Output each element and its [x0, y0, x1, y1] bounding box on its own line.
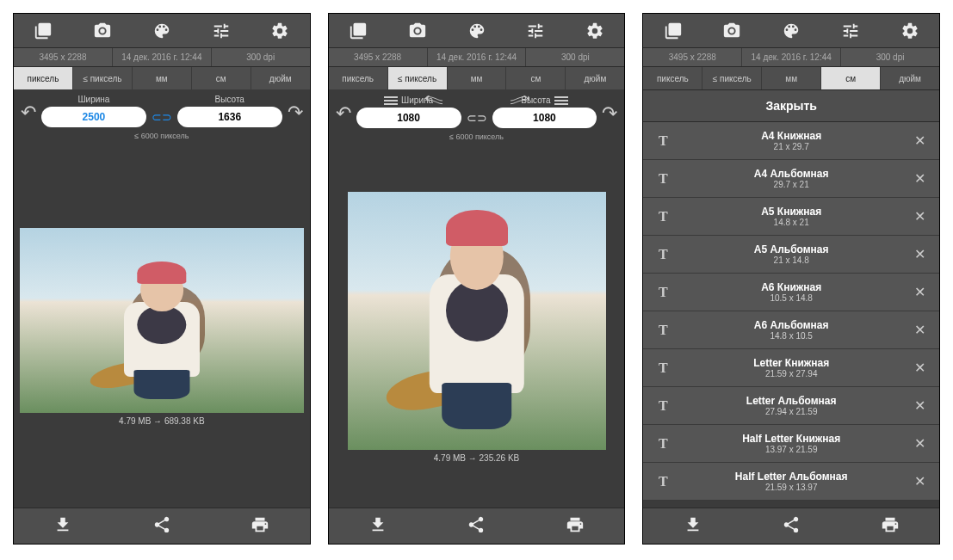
- tab-lte-pixel[interactable]: ≤ пиксель: [73, 67, 133, 89]
- text-icon: T: [652, 398, 674, 414]
- gallery-icon[interactable]: [346, 19, 370, 43]
- preset-info: A4 Альбомная29.7 x 21: [674, 168, 908, 189]
- share-icon[interactable]: [782, 515, 801, 538]
- info-row: 3495 x 2288 14 дек. 2016 г. 12:44 300 dp…: [329, 48, 625, 67]
- unit-tabs: пиксель ≤ пиксель мм см дюйм: [329, 67, 625, 89]
- info-date: 14 дек. 2016 г. 12:44: [742, 48, 841, 66]
- preset-row[interactable]: TA4 Книжная21 x 29.7✕: [643, 122, 939, 160]
- palette-icon[interactable]: [779, 19, 803, 43]
- undo-icon[interactable]: ↶: [336, 102, 351, 128]
- gallery-icon[interactable]: [31, 19, 55, 43]
- close-icon[interactable]: ✕: [908, 435, 931, 452]
- screen-2: 3495 x 2288 14 дек. 2016 г. 12:44 300 dp…: [328, 13, 626, 545]
- tab-mm[interactable]: мм: [133, 67, 192, 89]
- width-label: Ширина: [356, 95, 461, 105]
- menu-icon[interactable]: [384, 95, 398, 105]
- tab-cm[interactable]: см: [821, 67, 881, 89]
- close-icon[interactable]: ✕: [908, 284, 931, 300]
- tab-cm[interactable]: см: [506, 67, 566, 89]
- width-block: Ширина: [41, 95, 146, 127]
- preset-row[interactable]: TA6 Альбомная14.8 x 10.5✕: [643, 311, 939, 349]
- gear-icon[interactable]: [268, 19, 292, 43]
- tab-cm[interactable]: см: [192, 67, 251, 89]
- preset-row[interactable]: TLetter Книжная21.59 x 27.94✕: [643, 349, 939, 387]
- download-icon[interactable]: [684, 515, 702, 538]
- info-date: 14 дек. 2016 г. 12:44: [113, 48, 212, 66]
- preset-row[interactable]: TA4 Альбомная29.7 x 21✕: [643, 160, 939, 198]
- redo-icon[interactable]: ↷: [602, 102, 617, 128]
- preset-row[interactable]: TLetter Альбомная27.94 x 21.59✕: [643, 387, 939, 425]
- tab-pixel[interactable]: пиксель: [643, 67, 702, 89]
- preset-row[interactable]: TA5 Альбомная21 x 14.8✕: [643, 236, 939, 274]
- close-icon[interactable]: ✕: [908, 246, 931, 262]
- preset-list[interactable]: TA4 Книжная21 x 29.7✕TA4 Альбомная29.7 x…: [643, 122, 939, 508]
- download-icon[interactable]: [53, 515, 72, 538]
- close-icon[interactable]: ✕: [908, 473, 931, 489]
- gear-icon[interactable]: [583, 19, 607, 43]
- text-icon: T: [652, 209, 674, 225]
- download-icon[interactable]: [368, 515, 387, 538]
- gear-icon[interactable]: [898, 19, 922, 43]
- preset-info: A5 Книжная14.8 x 21: [674, 206, 908, 227]
- preset-row[interactable]: TA6 Книжная10.5 x 14.8✕: [643, 274, 939, 311]
- tab-mm[interactable]: мм: [448, 67, 507, 89]
- close-icon[interactable]: ✕: [908, 397, 931, 414]
- tune-icon[interactable]: [839, 19, 863, 43]
- close-icon[interactable]: ✕: [908, 360, 931, 376]
- menu-icon[interactable]: [554, 95, 568, 105]
- print-icon[interactable]: [566, 515, 585, 538]
- close-icon[interactable]: ✕: [908, 208, 931, 225]
- preview-image: [20, 228, 304, 413]
- text-icon: T: [652, 360, 674, 376]
- bottom-bar: [14, 508, 310, 544]
- print-icon[interactable]: [251, 515, 269, 538]
- close-icon[interactable]: ✕: [908, 170, 931, 187]
- close-icon[interactable]: ✕: [908, 132, 931, 149]
- height-input[interactable]: [177, 107, 282, 127]
- preset-info: Letter Альбомная27.94 x 21.59: [674, 395, 908, 416]
- close-icon[interactable]: ✕: [908, 322, 931, 338]
- text-icon: T: [652, 474, 674, 489]
- tune-icon[interactable]: [209, 19, 233, 43]
- gallery-icon[interactable]: [661, 19, 685, 43]
- redo-icon[interactable]: ↷: [288, 102, 303, 127]
- preset-row[interactable]: THalf Letter Альбомная21.59 x 13.97✕: [643, 463, 939, 501]
- link-icon[interactable]: ⊂⊃: [467, 111, 487, 128]
- share-icon[interactable]: [152, 515, 171, 538]
- link-icon[interactable]: ⊂⊃: [152, 110, 172, 127]
- tab-mm[interactable]: мм: [762, 67, 821, 89]
- close-button[interactable]: Закрыть: [643, 89, 939, 122]
- tab-pixel[interactable]: пиксель: [329, 67, 388, 89]
- camera-icon[interactable]: [405, 19, 430, 43]
- info-dimensions: 3495 x 2288: [643, 48, 742, 66]
- screen-1: 3495 x 2288 14 дек. 2016 г. 12:44 300 dp…: [13, 13, 311, 545]
- height-input[interactable]: [492, 108, 597, 128]
- share-icon[interactable]: [467, 515, 486, 538]
- palette-icon[interactable]: [465, 19, 489, 43]
- palette-icon[interactable]: [150, 19, 174, 43]
- tab-inch[interactable]: дюйм: [566, 67, 624, 89]
- preset-row[interactable]: THalf Letter Книжная13.97 x 21.59✕: [643, 425, 939, 463]
- screen-3: 3495 x 2288 14 дек. 2016 г. 12:44 300 dp…: [642, 13, 940, 545]
- tab-lte-pixel[interactable]: ≤ пиксель: [702, 67, 762, 89]
- top-toolbar: [14, 14, 310, 48]
- swap-right-icon[interactable]: [511, 95, 529, 107]
- bottom-bar: [643, 508, 939, 544]
- preset-row[interactable]: TA5 Книжная14.8 x 21✕: [643, 198, 939, 236]
- tab-lte-pixel[interactable]: ≤ пиксель: [388, 67, 448, 89]
- tab-pixel[interactable]: пиксель: [14, 67, 73, 89]
- text-icon: T: [652, 436, 674, 452]
- camera-icon[interactable]: [90, 19, 114, 43]
- width-input[interactable]: [356, 108, 461, 128]
- text-icon: T: [652, 247, 674, 262]
- preset-info: A5 Альбомная21 x 14.8: [674, 243, 908, 265]
- undo-icon[interactable]: ↶: [21, 102, 36, 127]
- camera-icon[interactable]: [720, 19, 744, 43]
- tab-inch[interactable]: дюйм: [881, 67, 939, 89]
- text-icon: T: [652, 323, 674, 338]
- print-icon[interactable]: [881, 515, 900, 538]
- width-input[interactable]: [41, 107, 146, 127]
- tune-icon[interactable]: [523, 19, 548, 43]
- swap-left-icon[interactable]: [424, 95, 442, 107]
- tab-inch[interactable]: дюйм: [251, 67, 310, 89]
